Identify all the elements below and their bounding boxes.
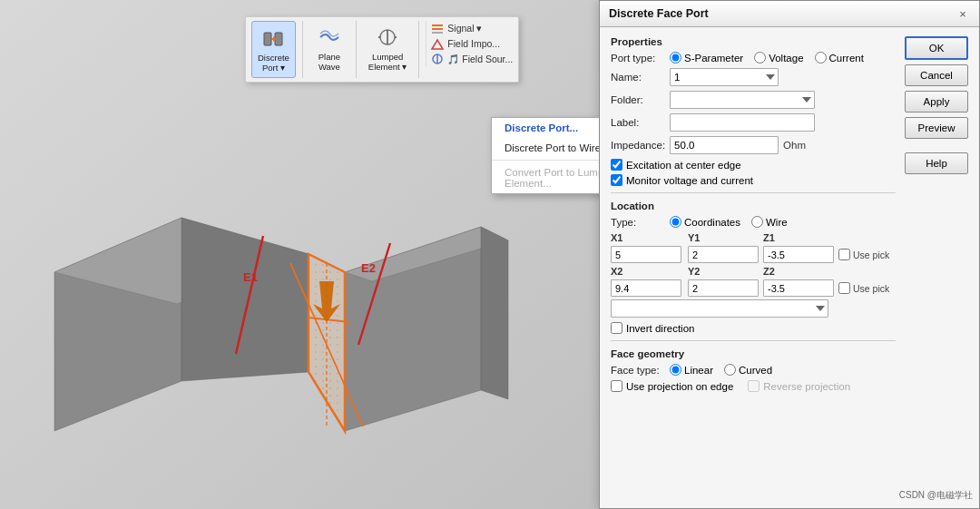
preview-button[interactable]: Preview bbox=[905, 117, 968, 139]
dialog-body: Properties Port type: S-Parameter Voltag… bbox=[600, 27, 979, 508]
field-import-label: Field Impo... bbox=[447, 38, 500, 49]
signal-label: Signal ▾ bbox=[447, 23, 482, 34]
coord-x2-input[interactable] bbox=[611, 279, 681, 297]
name-select[interactable]: 1 bbox=[670, 68, 779, 86]
location-type-radio-group: Coordinates Wire bbox=[670, 216, 788, 228]
invert-direction-label: Invert direction bbox=[626, 323, 694, 334]
dialog-main-content: Properties Port type: S-Parameter Voltag… bbox=[611, 36, 896, 499]
radio-wire[interactable]: Wire bbox=[751, 216, 788, 228]
coord-z2-input[interactable] bbox=[763, 279, 834, 297]
toolbar-label-plane-wave: PlaneWave bbox=[318, 52, 340, 73]
use-pick-2: Use pick bbox=[838, 282, 896, 294]
face-type-label: Face type: bbox=[611, 365, 665, 376]
s-parameter-label: S-Parameter bbox=[684, 53, 743, 64]
impedance-row: Impedance: Ohm bbox=[611, 136, 896, 154]
location-type-row: Type: Coordinates Wire bbox=[611, 216, 896, 228]
ok-button[interactable]: OK bbox=[905, 36, 968, 60]
svg-rect-28 bbox=[432, 28, 443, 30]
name-label: Name: bbox=[611, 72, 665, 83]
plane-wave-icon bbox=[317, 24, 342, 50]
monitor-label: Monitor voltage and current bbox=[626, 175, 753, 186]
impedance-unit: Ohm bbox=[783, 140, 806, 151]
viewport: E1 E2 DiscretePort ▾ bbox=[0, 0, 599, 509]
coord-header-x2: X2 bbox=[611, 266, 683, 277]
section-face-geometry-label: Face geometry bbox=[611, 348, 896, 359]
cancel-button[interactable]: Cancel bbox=[905, 64, 968, 86]
apply-button[interactable]: Apply bbox=[905, 91, 968, 113]
extra-coord-select[interactable] bbox=[611, 299, 828, 318]
coord-header-z2: Z2 bbox=[763, 266, 834, 277]
invert-direction-checkbox[interactable] bbox=[611, 322, 622, 334]
linear-label: Linear bbox=[684, 365, 713, 376]
excitation-check-row: Excitation at center edge bbox=[611, 159, 896, 171]
use-projection-row: Use projection on edge bbox=[611, 380, 733, 392]
wire-label: Wire bbox=[766, 217, 788, 228]
toolbar-label-discrete-port: DiscretePort ▾ bbox=[258, 53, 289, 73]
face-type-radio-group: Linear Curved bbox=[670, 364, 772, 376]
face-type-row: Face type: Linear Curved bbox=[611, 364, 896, 376]
svg-rect-19 bbox=[264, 33, 271, 45]
folder-select[interactable] bbox=[670, 91, 815, 109]
label-field-label: Label: bbox=[611, 117, 665, 128]
label-row: Label: bbox=[611, 113, 896, 132]
svg-text:E1: E1 bbox=[243, 270, 258, 284]
toolbar-btn-discrete-port[interactable]: DiscretePort ▾ bbox=[251, 21, 296, 78]
divider-2 bbox=[611, 340, 896, 341]
dialog-title: Discrete Face Port bbox=[609, 7, 709, 20]
coord-header-z1: Z1 bbox=[763, 232, 834, 243]
toolbar-label-lumped-element: LumpedElement ▾ bbox=[368, 52, 407, 73]
use-pick-2-label: Use pick bbox=[853, 283, 889, 294]
coord-y1-input[interactable] bbox=[688, 246, 759, 263]
watermark: CSDN @电磁学社 bbox=[899, 489, 973, 502]
radio-s-parameter[interactable]: S-Parameter bbox=[670, 52, 743, 64]
svg-rect-27 bbox=[432, 24, 443, 26]
reverse-projection-checkbox bbox=[748, 380, 760, 392]
coord-y2-input[interactable] bbox=[688, 279, 759, 297]
toolbar-btn-plane-wave[interactable]: PlaneWave bbox=[309, 21, 349, 76]
radio-coordinates[interactable]: Coordinates bbox=[670, 216, 740, 228]
radio-linear[interactable]: Linear bbox=[670, 364, 713, 376]
port-type-row: Port type: S-Parameter Voltage Current bbox=[611, 52, 896, 64]
divider-1 bbox=[611, 192, 896, 193]
svg-marker-7 bbox=[481, 227, 508, 399]
svg-rect-29 bbox=[432, 32, 443, 34]
use-pick-1-checkbox[interactable] bbox=[838, 249, 850, 260]
label-input[interactable] bbox=[670, 113, 815, 132]
impedance-input[interactable] bbox=[670, 136, 779, 154]
curved-label: Curved bbox=[739, 365, 772, 376]
excitation-checkbox[interactable] bbox=[611, 159, 622, 171]
use-projection-checkbox[interactable] bbox=[611, 380, 622, 392]
coord-x1-input[interactable] bbox=[611, 246, 681, 263]
coord-z1-input[interactable] bbox=[763, 246, 834, 263]
reverse-projection-row: Reverse projection bbox=[748, 380, 850, 392]
radio-current[interactable]: Current bbox=[815, 52, 864, 64]
location-type-label: Type: bbox=[611, 217, 665, 228]
dropdown-separator bbox=[492, 160, 599, 161]
reverse-projection-label: Reverse projection bbox=[763, 381, 850, 392]
coord-header-y1: Y1 bbox=[688, 232, 759, 243]
projection-row: Use projection on edge Reverse projectio… bbox=[611, 380, 896, 396]
toolbar-btn-lumped-element[interactable]: LumpedElement ▾ bbox=[363, 21, 413, 76]
voltage-label: Voltage bbox=[769, 53, 803, 64]
folder-label: Folder: bbox=[611, 94, 665, 105]
dropdown-item-discrete-port-wire[interactable]: Discrete Port to Wire... bbox=[492, 138, 599, 158]
port-type-radio-group: S-Parameter Voltage Current bbox=[670, 52, 864, 64]
discrete-port-icon bbox=[260, 25, 286, 51]
monitor-checkbox[interactable] bbox=[611, 174, 622, 186]
monitor-check-row: Monitor voltage and current bbox=[611, 174, 896, 186]
dialog-discrete-face-port: Discrete Face Port × Properties Port typ… bbox=[599, 0, 980, 509]
use-pick-1: Use pick bbox=[838, 249, 896, 260]
dropdown-item-discrete-port[interactable]: Discrete Port... bbox=[492, 118, 599, 138]
radio-voltage[interactable]: Voltage bbox=[754, 52, 803, 64]
lumped-element-icon bbox=[375, 24, 400, 50]
use-projection-label: Use projection on edge bbox=[626, 381, 733, 392]
help-button[interactable]: Help bbox=[905, 152, 968, 174]
invert-direction-row: Invert direction bbox=[611, 322, 896, 334]
use-pick-2-checkbox[interactable] bbox=[838, 282, 850, 294]
radio-curved[interactable]: Curved bbox=[724, 364, 772, 376]
coord-header-y2: Y2 bbox=[688, 266, 759, 277]
dialog-titlebar: Discrete Face Port × bbox=[600, 1, 979, 27]
dialog-close-button[interactable]: × bbox=[956, 6, 970, 21]
current-label: Current bbox=[829, 53, 864, 64]
section-location-label: Location bbox=[611, 201, 896, 211]
